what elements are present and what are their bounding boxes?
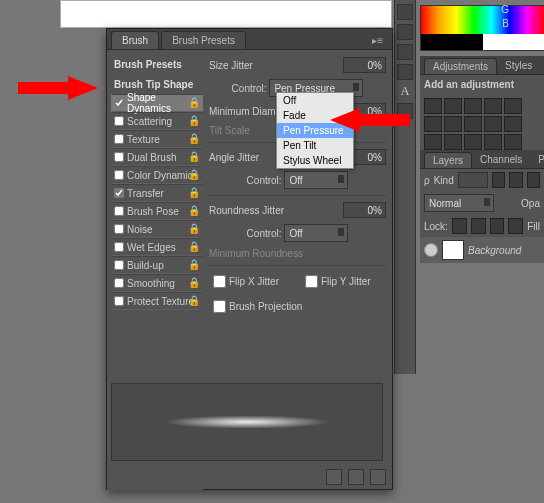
roundness-control-select[interactable]: Off <box>284 224 348 242</box>
add-adjustment-title: Add an adjustment <box>420 75 544 94</box>
threshold-icon[interactable] <box>464 134 482 150</box>
brush-pose-checkbox[interactable] <box>114 206 124 216</box>
visibility-icon[interactable] <box>424 243 438 257</box>
noise-checkbox[interactable] <box>114 224 124 234</box>
sidebar-shape-dynamics[interactable]: Shape Dynamics🔒 <box>111 94 203 112</box>
lock-icon: 🔒 <box>188 295 200 306</box>
sidebar-noise[interactable]: Noise🔒 <box>111 220 203 238</box>
lock-position-icon[interactable] <box>490 218 505 234</box>
tab-channels[interactable]: Channels <box>472 152 530 168</box>
roundness-jitter-label: Roundness Jitter <box>209 205 339 216</box>
control-label: Control: <box>247 175 282 186</box>
dock-icon[interactable] <box>397 4 413 20</box>
levels-icon[interactable] <box>444 98 462 114</box>
filter-kind-select[interactable] <box>458 172 488 188</box>
sidebar-color-dynamics[interactable]: Color Dynamics🔒 <box>111 166 203 184</box>
type-tool-icon[interactable]: A <box>401 84 410 99</box>
tab-styles[interactable]: Styles <box>497 58 540 74</box>
opacity-label: Opa <box>521 198 540 209</box>
lock-all-icon[interactable] <box>508 218 523 234</box>
lock-pixels-icon[interactable] <box>471 218 486 234</box>
lock-transparent-icon[interactable] <box>452 218 467 234</box>
dock-icon[interactable] <box>397 24 413 40</box>
vibrance-icon[interactable] <box>504 98 522 114</box>
flip-x-checkbox[interactable] <box>213 275 226 288</box>
fill-label: Fill <box>527 221 540 232</box>
sidebar-protect-texture[interactable]: Protect Texture🔒 <box>111 292 203 310</box>
bw-icon[interactable] <box>444 116 462 132</box>
sidebar-brush-presets[interactable]: Brush Presets <box>111 54 203 74</box>
posterize-icon[interactable] <box>444 134 462 150</box>
texture-checkbox[interactable] <box>114 134 124 144</box>
collapsed-dock: A <box>394 0 416 374</box>
angle-control-select[interactable]: Off <box>284 171 348 189</box>
build-up-checkbox[interactable] <box>114 260 124 270</box>
trash-icon[interactable] <box>370 469 386 485</box>
transfer-checkbox[interactable] <box>114 188 124 198</box>
sidebar-dual-brush[interactable]: Dual Brush🔒 <box>111 148 203 166</box>
color-dynamics-checkbox[interactable] <box>114 170 124 180</box>
wet-edges-checkbox[interactable] <box>114 242 124 252</box>
photo-filter-icon[interactable] <box>464 116 482 132</box>
flip-y-checkbox[interactable] <box>305 275 318 288</box>
brush-projection-label: Brush Projection <box>229 301 302 312</box>
flyout-menu-icon[interactable]: ▸≡ <box>369 32 386 49</box>
sidebar-brush-tip-shape[interactable]: Brush Tip Shape <box>111 74 203 94</box>
tab-brush[interactable]: Brush <box>111 31 159 49</box>
scattering-checkbox[interactable] <box>114 116 124 126</box>
sidebar-texture[interactable]: Texture🔒 <box>111 130 203 148</box>
gradient-map-icon[interactable] <box>484 134 502 150</box>
new-preset-icon[interactable] <box>348 469 364 485</box>
min-roundness-label: Minimum Roundness <box>209 248 386 259</box>
sidebar-transfer[interactable]: Transfer🔒 <box>111 184 203 202</box>
roundness-jitter-value[interactable]: 0% <box>343 202 386 218</box>
filter-icon[interactable] <box>527 172 540 188</box>
brush-projection-checkbox[interactable] <box>213 300 226 313</box>
dropdown-option[interactable]: Stylus Wheel <box>277 153 353 168</box>
tab-brush-presets[interactable]: Brush Presets <box>161 31 246 49</box>
dual-brush-checkbox[interactable] <box>114 152 124 162</box>
brush-preview <box>111 383 383 461</box>
tab-adjustments[interactable]: Adjustments <box>424 58 497 74</box>
dock-icon[interactable] <box>397 64 413 80</box>
sidebar-smoothing[interactable]: Smoothing🔒 <box>111 274 203 292</box>
selective-color-icon[interactable] <box>504 134 522 150</box>
hue-icon[interactable] <box>424 116 442 132</box>
color-panel[interactable]: G B <box>420 5 544 51</box>
lock-icon: 🔒 <box>188 277 200 288</box>
dropdown-option[interactable]: Off <box>277 93 353 108</box>
color-lookup-icon[interactable] <box>504 116 522 132</box>
lock-label: Lock: <box>424 221 448 232</box>
control-label: Control: <box>247 228 282 239</box>
smoothing-checkbox[interactable] <box>114 278 124 288</box>
layer-name[interactable]: Background <box>468 245 521 256</box>
sidebar-build-up[interactable]: Build-up🔒 <box>111 256 203 274</box>
size-jitter-value[interactable]: 0% <box>343 57 386 73</box>
invert-icon[interactable] <box>424 134 442 150</box>
blend-mode-select[interactable]: Normal <box>424 194 494 212</box>
size-jitter-label: Size Jitter <box>209 60 339 71</box>
lock-icon: 🔒 <box>188 241 200 252</box>
flip-x-label: Flip X Jitter <box>229 276 279 287</box>
dropdown-option[interactable]: Pen Tilt <box>277 138 353 153</box>
curves-icon[interactable] <box>464 98 482 114</box>
toggle-preset-icon[interactable] <box>326 469 342 485</box>
lock-icon: 🔒 <box>188 133 200 144</box>
sidebar-brush-pose[interactable]: Brush Pose🔒 <box>111 202 203 220</box>
protect-texture-checkbox[interactable] <box>114 296 124 306</box>
channel-mixer-icon[interactable] <box>484 116 502 132</box>
panel-tabs: Brush Brush Presets ▸≡ <box>107 29 392 50</box>
lock-icon: 🔒 <box>188 259 200 270</box>
layer-thumbnail[interactable] <box>442 240 464 260</box>
filter-icon[interactable] <box>492 172 505 188</box>
sidebar-wet-edges[interactable]: Wet Edges🔒 <box>111 238 203 256</box>
brightness-icon[interactable] <box>424 98 442 114</box>
shape-dynamics-checkbox[interactable] <box>114 98 124 108</box>
tab-layers[interactable]: Layers <box>424 152 472 168</box>
dock-icon[interactable] <box>397 44 413 60</box>
sidebar-scattering[interactable]: Scattering🔒 <box>111 112 203 130</box>
filter-icon[interactable] <box>509 172 522 188</box>
exposure-icon[interactable] <box>484 98 502 114</box>
tab-paths[interactable]: Paths <box>530 152 544 168</box>
lock-icon: 🔒 <box>188 169 200 180</box>
